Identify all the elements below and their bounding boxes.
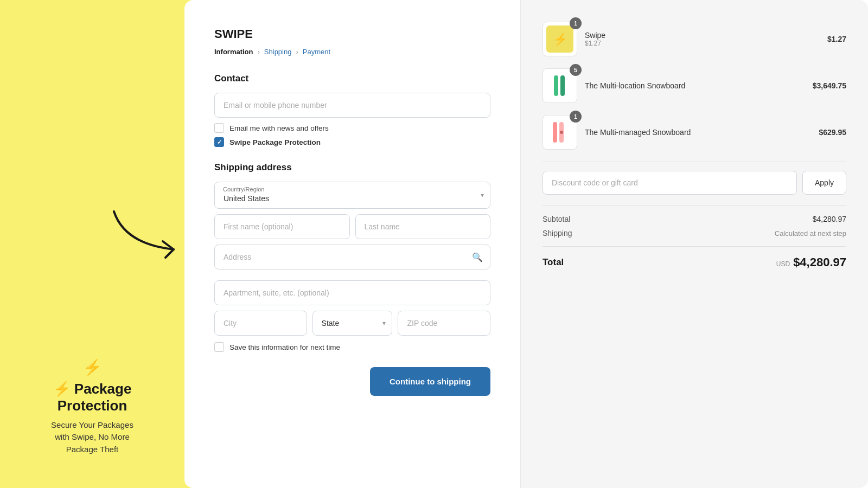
subtotal-value: $4,280.97 (813, 215, 846, 223)
product-badge-snowboard1: 5 (570, 64, 582, 76)
totals-divider (542, 206, 846, 206)
product-info-snowboard2: The Multi-managed Snowboard (585, 128, 811, 137)
address-input[interactable] (214, 245, 490, 269)
svg-rect-2 (546, 72, 573, 99)
breadcrumb-payment[interactable]: Payment (303, 48, 330, 56)
save-info-label: Save this information for next time (229, 343, 340, 351)
discount-input[interactable] (542, 171, 797, 195)
lightning-icon: ⚡ (83, 358, 102, 376)
state-select[interactable]: State (312, 311, 393, 336)
contact-section-title: Contact (214, 73, 490, 84)
arrow-decoration (108, 201, 195, 268)
product-image-wrap-snowboard1: 5 (542, 68, 577, 103)
package-protection-checkbox[interactable] (214, 137, 224, 147)
zip-input[interactable] (398, 311, 490, 336)
first-name-input[interactable] (214, 214, 350, 239)
total-label: Total (542, 257, 564, 268)
product-badge-snowboard2: 1 (570, 111, 582, 123)
svg-point-8 (560, 131, 563, 134)
news-offers-checkbox[interactable] (214, 123, 224, 133)
country-region-wrapper: Country/Region United States ▾ (214, 182, 490, 209)
svg-rect-4 (560, 75, 565, 96)
product-price-snowboard2: $629.95 (819, 128, 846, 137)
grand-total-right: USD $4,280.97 (776, 255, 846, 269)
breadcrumb: Information › Shipping › Payment (214, 48, 490, 56)
checkout-form: SWIPE Information › Shipping › Payment C… (184, 0, 521, 488)
product-variant-swipe: $1.27 (585, 40, 820, 47)
package-protection-label: Swipe Package Protection (229, 138, 321, 146)
total-currency: USD (776, 260, 790, 268)
subtotal-row: Subtotal $4,280.97 (542, 215, 846, 223)
shipping-label: Shipping (542, 229, 572, 237)
city-input[interactable] (214, 311, 307, 336)
product-badge-swipe: 1 (570, 17, 582, 29)
store-name: SWIPE (214, 27, 490, 41)
city-state-zip-row: State ▾ (214, 311, 490, 336)
package-protection-row: Swipe Package Protection (214, 137, 490, 147)
shipping-value: Calculated at next step (775, 229, 846, 237)
subtotal-label: Subtotal (542, 215, 570, 223)
last-name-input[interactable] (355, 214, 491, 239)
product-image-wrap-swipe: ⚡ 1 (542, 22, 577, 56)
country-label: Country/Region (223, 186, 264, 192)
totals-section: Subtotal $4,280.97 Shipping Calculated a… (542, 215, 846, 269)
product-price-swipe: $1.27 (827, 35, 846, 43)
package-protection-subtitle: Secure Your Packages with Swipe, No More… (16, 419, 168, 456)
package-protection-title: ⚡ Package Protection (16, 381, 168, 414)
product-price-snowboard1: $3,649.75 (813, 81, 846, 90)
save-info-checkbox[interactable] (214, 342, 224, 352)
shipping-address-section: Shipping address Country/Region United S… (214, 162, 490, 396)
news-offers-row: Email me with news and offers (214, 123, 490, 133)
grand-total-row: Total USD $4,280.97 (542, 255, 846, 269)
main-panel: SWIPE Information › Shipping › Payment C… (184, 0, 868, 488)
apartment-input[interactable] (214, 280, 490, 305)
address-wrapper: 🔍 (214, 245, 490, 269)
name-row (214, 214, 490, 245)
lightning-icon-2: ⚡ (53, 381, 71, 397)
package-protection-icon: ⚡ (16, 358, 168, 376)
product-info-snowboard1: The Multi-location Snowboard (585, 81, 805, 90)
svg-rect-6 (553, 122, 557, 143)
state-wrapper: State ▾ (312, 311, 393, 336)
svg-rect-3 (554, 75, 558, 96)
product-name-swipe: Swipe (585, 31, 820, 40)
breadcrumb-sep-1: › (258, 48, 260, 56)
left-panel: ⚡ ⚡ Package Protection Secure Your Packa… (0, 0, 184, 488)
address-search-icon: 🔍 (472, 252, 483, 262)
email-input[interactable] (214, 93, 490, 118)
product-item-swipe: ⚡ 1 Swipe $1.27 $1.27 (542, 22, 846, 56)
product-name-snowboard2: The Multi-managed Snowboard (585, 128, 811, 137)
save-info-row: Save this information for next time (214, 342, 490, 352)
svg-text:⚡: ⚡ (553, 32, 568, 47)
discount-row: Apply (542, 171, 846, 195)
continue-to-shipping-button[interactable]: Continue to shipping (370, 367, 490, 396)
total-amount: $4,280.97 (793, 255, 846, 269)
product-item-snowboard2: 1 The Multi-managed Snowboard $629.95 (542, 115, 846, 150)
product-name-snowboard1: The Multi-location Snowboard (585, 81, 805, 90)
order-divider (542, 162, 846, 162)
news-offers-label: Email me with news and offers (229, 124, 329, 132)
shipping-section-title: Shipping address (214, 162, 490, 173)
grand-total-divider (542, 246, 846, 247)
product-info-swipe: Swipe $1.27 (585, 31, 820, 47)
breadcrumb-sep-2: › (296, 48, 298, 56)
product-image-wrap-snowboard2: 1 (542, 115, 577, 150)
shipping-row: Shipping Calculated at next step (542, 229, 846, 237)
product-item-snowboard1: 5 The Multi-location Snowboard $3,649.75 (542, 68, 846, 103)
apply-discount-button[interactable]: Apply (802, 171, 846, 195)
breadcrumb-shipping[interactable]: Shipping (264, 48, 292, 56)
breadcrumb-information[interactable]: Information (214, 48, 253, 56)
order-summary: ⚡ 1 Swipe $1.27 $1.27 (521, 0, 868, 488)
